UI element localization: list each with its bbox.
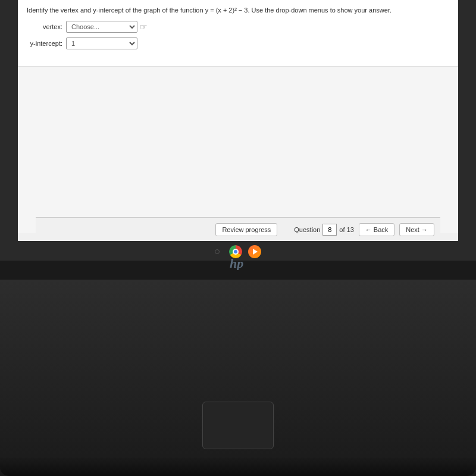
svg-text:hp: hp [230, 256, 243, 270]
question-number-input[interactable] [322, 224, 337, 236]
chin-circle [215, 249, 220, 254]
review-progress-button[interactable]: Review progress [215, 223, 277, 236]
question-label: Question [294, 226, 320, 233]
vertex-select[interactable]: Choose... (-2, -3) (2, -3) (-2, 3) (2, 3… [66, 21, 137, 33]
vertex-label: vertex: [27, 23, 62, 30]
question-text: Identify the vertex and y-intercept of t… [27, 6, 449, 15]
vertex-row: vertex: Choose... (-2, -3) (2, -3) (-2, … [27, 21, 449, 33]
play-triangle-icon [253, 249, 258, 255]
nav-bar: Review progress Question of 13 ← Back Ne… [36, 217, 440, 241]
yintercept-select[interactable]: 1 -3 3 -1 [66, 37, 137, 49]
chrome-inner [233, 249, 239, 255]
yintercept-label: y-intercept: [27, 40, 62, 47]
yintercept-row: y-intercept: 1 -3 3 -1 [27, 37, 449, 49]
question-area: Identify the vertex and y-intercept of t… [18, 0, 458, 67]
content-area [18, 67, 458, 233]
screen-content: Identify the vertex and y-intercept of t… [18, 0, 458, 241]
cursor-icon: ☞ [140, 22, 148, 32]
laptop-screen: Identify the vertex and y-intercept of t… [0, 0, 476, 250]
touchpad[interactable] [202, 402, 274, 449]
laptop-bottom [0, 458, 476, 476]
play-icon[interactable] [248, 245, 261, 258]
question-counter: Question of 13 [294, 224, 354, 236]
next-button[interactable]: Next → [399, 223, 434, 236]
question-of: of 13 [339, 226, 353, 233]
back-button[interactable]: ← Back [359, 223, 395, 236]
hp-logo: hp [227, 256, 249, 273]
